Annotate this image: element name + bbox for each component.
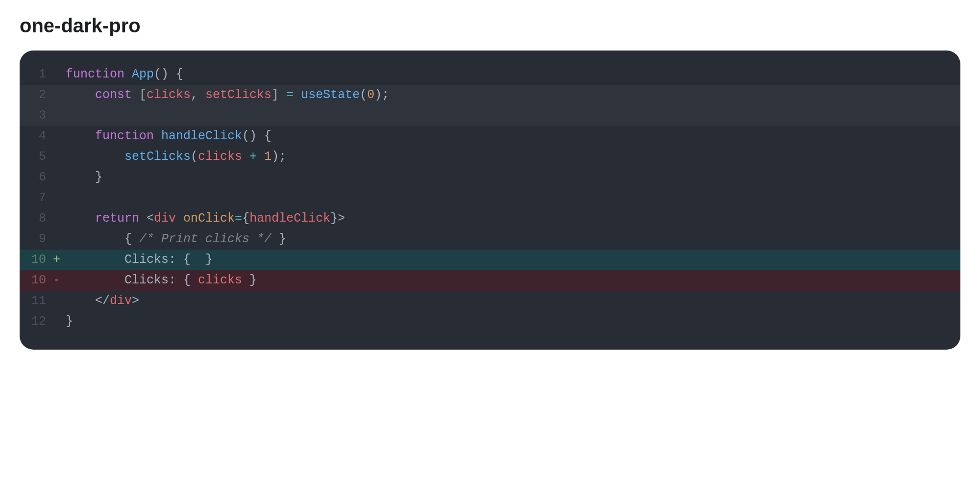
code-line: 3 <box>20 105 960 126</box>
token: handleClick <box>249 211 330 226</box>
code-line: 12} <box>20 311 960 332</box>
line-number: 9 <box>20 229 50 250</box>
line-number: 4 <box>20 126 50 147</box>
line-number: 5 <box>20 147 50 167</box>
token <box>176 211 183 226</box>
token: Clicks: { <box>66 273 198 287</box>
code-line: 10- Clicks: { clicks } <box>20 270 960 291</box>
line-number: 10 <box>20 270 50 291</box>
token: /* Print clicks */ <box>139 232 271 246</box>
token: ( <box>191 150 198 164</box>
token: clicks <box>198 150 242 164</box>
token <box>257 150 264 164</box>
token <box>66 129 95 143</box>
token: Clicks: { } <box>66 253 213 267</box>
code-content: } <box>66 311 960 332</box>
code-line: 4 function handleClick() { <box>20 126 960 147</box>
code-line: 9 { /* Print clicks */ } <box>20 229 960 250</box>
token: clicks <box>147 88 191 102</box>
token: [ <box>132 88 147 102</box>
token: = <box>235 211 242 226</box>
code-line: 5 setClicks(clicks + 1); <box>20 147 960 167</box>
token: function <box>66 67 124 81</box>
token: useState <box>301 88 360 102</box>
line-number: 7 <box>20 188 50 208</box>
token: > <box>132 294 139 308</box>
token <box>154 129 161 143</box>
code-line: 7 <box>20 188 960 208</box>
line-number: 6 <box>20 167 50 188</box>
code-content: return <div onClick={handleClick}> <box>66 208 960 229</box>
token: = <box>286 88 294 102</box>
token <box>66 88 95 102</box>
code-content: setClicks(clicks + 1); <box>66 147 960 167</box>
token: return <box>95 211 139 226</box>
token <box>66 211 95 226</box>
token: ] <box>271 88 286 102</box>
token: () { <box>242 129 271 143</box>
theme-title: one-dark-pro <box>20 15 960 37</box>
token: ( <box>360 88 367 102</box>
token: { <box>242 211 249 226</box>
code-line: 10+ Clicks: { } <box>20 250 960 270</box>
diff-mark: + <box>50 250 66 270</box>
code-line: 1function App() { <box>20 64 960 85</box>
code-line: 6 } <box>20 167 960 188</box>
token <box>66 150 124 164</box>
token: } <box>242 273 257 287</box>
diff-mark: - <box>50 270 66 291</box>
token: </ <box>66 294 110 308</box>
line-number: 1 <box>20 64 50 85</box>
token: + <box>249 150 257 164</box>
token: const <box>95 88 132 102</box>
code-line: 11 </div> <box>20 291 960 311</box>
token: ); <box>374 88 389 102</box>
line-number: 12 <box>20 311 50 332</box>
token: div <box>154 211 176 226</box>
token: , <box>191 88 205 102</box>
code-line: 8 return <div onClick={handleClick}> <box>20 208 960 229</box>
token: ); <box>271 150 286 164</box>
code-content: </div> <box>66 291 960 311</box>
token: setClicks <box>205 88 271 102</box>
token: < <box>139 211 154 226</box>
token: App <box>132 67 154 81</box>
code-line: 2 const [clicks, setClicks] = useState(0… <box>20 85 960 105</box>
token: () { <box>154 67 183 81</box>
token: } <box>271 232 286 246</box>
line-number: 8 <box>20 208 50 229</box>
code-content: const [clicks, setClicks] = useState(0); <box>66 85 960 105</box>
token: 0 <box>367 88 374 102</box>
line-number: 2 <box>20 85 50 105</box>
token: onClick <box>183 211 235 226</box>
code-block: 1function App() {2 const [clicks, setCli… <box>20 51 960 350</box>
token: setClicks <box>124 150 191 164</box>
code-content: { /* Print clicks */ } <box>66 229 960 250</box>
token: div <box>110 294 132 308</box>
token: { <box>66 232 139 246</box>
line-number: 11 <box>20 291 50 311</box>
token: } <box>66 170 102 184</box>
line-number: 10 <box>20 250 50 270</box>
token: clicks <box>198 273 242 287</box>
code-content: Clicks: { } <box>66 250 960 270</box>
code-content: function handleClick() { <box>66 126 960 147</box>
code-content: } <box>66 167 960 188</box>
token: }> <box>330 211 345 226</box>
token: handleClick <box>161 129 242 143</box>
code-content: Clicks: { clicks } <box>66 270 960 291</box>
token <box>242 150 249 164</box>
code-content: function App() { <box>66 64 960 85</box>
token: function <box>95 129 154 143</box>
token: } <box>66 314 73 329</box>
token: 1 <box>264 150 271 164</box>
token <box>124 67 132 81</box>
line-number: 3 <box>20 105 50 126</box>
token <box>294 88 301 102</box>
